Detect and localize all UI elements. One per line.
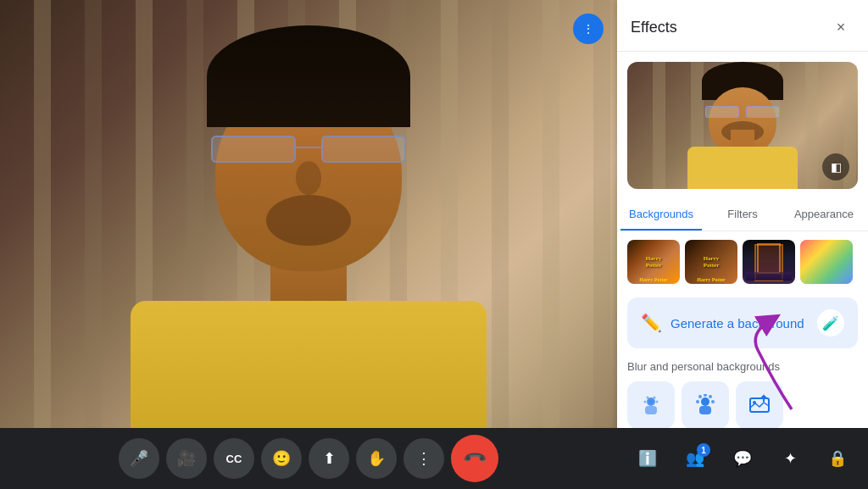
full-blur-icon xyxy=(694,394,716,416)
svg-point-11 xyxy=(698,395,702,398)
preview-layers-button[interactable]: ◧ xyxy=(822,153,849,181)
background-dark-door[interactable] xyxy=(743,240,795,284)
emoji-icon: 🙂 xyxy=(272,449,291,468)
upload-background-icon xyxy=(748,394,771,416)
svg-point-5 xyxy=(647,397,649,399)
svg-rect-8 xyxy=(699,406,711,414)
camera-button[interactable]: 🎥 xyxy=(166,438,207,479)
svg-point-15 xyxy=(753,401,756,404)
people-badge: 1 xyxy=(697,443,710,457)
main-video-container: ⋮ 🎤 🎥 CC 🙂 ⬆ ✋ ⋮ 📞 xyxy=(0,0,617,489)
blur-options xyxy=(617,378,868,436)
effects-preview: ◧ xyxy=(627,62,858,189)
video-more-button[interactable]: ⋮ xyxy=(573,14,604,44)
mic-icon: 🎤 xyxy=(130,449,148,468)
svg-point-6 xyxy=(654,397,656,399)
preview-glasses xyxy=(705,106,780,118)
more-dots-icon: ⋮ xyxy=(582,22,594,36)
captions-button[interactable]: CC xyxy=(214,438,254,479)
svg-point-2 xyxy=(648,399,654,404)
emoji-button[interactable]: 🙂 xyxy=(261,438,302,479)
svg-point-9 xyxy=(696,400,699,403)
effects-header: Effects × xyxy=(617,0,868,52)
activities-button[interactable]: ✦ xyxy=(773,442,807,475)
present-button[interactable]: ⬆ xyxy=(309,438,349,479)
background-colorful[interactable] xyxy=(800,240,853,284)
effects-tabs: Backgrounds Filters Appearance xyxy=(617,199,868,231)
generate-icon: ✏️ xyxy=(641,313,662,333)
background-hp2[interactable]: HarryPotter xyxy=(685,240,737,284)
captions-icon: CC xyxy=(226,453,242,465)
lock-icon: 🔒 xyxy=(828,449,847,468)
layers-icon: ◧ xyxy=(831,160,842,174)
svg-point-13 xyxy=(704,394,707,397)
svg-point-7 xyxy=(701,397,709,406)
people-button[interactable]: 👥 1 xyxy=(678,442,712,475)
right-toolbar: ℹ️ 👥 1 💬 ✦ 🔒 xyxy=(617,428,868,489)
svg-rect-1 xyxy=(645,406,657,414)
flask-badge: 🧪 xyxy=(817,309,844,336)
preview-shirt xyxy=(687,147,798,189)
upload-background-button[interactable] xyxy=(736,381,783,429)
close-icon: × xyxy=(837,19,846,36)
tab-backgrounds[interactable]: Backgrounds xyxy=(620,199,702,231)
effects-title: Effects xyxy=(631,19,677,36)
svg-point-3 xyxy=(644,401,647,403)
generate-background-button[interactable]: ✏️ Generate a background 🧪 xyxy=(627,297,858,348)
video-background xyxy=(0,0,617,489)
slight-blur-button[interactable] xyxy=(627,381,675,429)
present-icon: ⬆ xyxy=(323,449,336,468)
tab-filters[interactable]: Filters xyxy=(702,199,783,231)
effects-panel: Effects × ◧ Backgrounds Filters Appearan… xyxy=(617,0,868,489)
hand-icon: ✋ xyxy=(367,449,386,468)
svg-point-4 xyxy=(656,401,659,403)
camera-icon: 🎥 xyxy=(177,449,196,468)
chat-icon: 💬 xyxy=(733,449,752,468)
safety-button[interactable]: 🔒 xyxy=(821,442,854,475)
hand-button[interactable]: ✋ xyxy=(356,438,397,479)
slight-blur-icon xyxy=(640,394,662,416)
info-button[interactable]: ℹ️ xyxy=(631,442,665,475)
person-glasses xyxy=(203,131,415,169)
chat-button[interactable]: 💬 xyxy=(726,442,760,475)
more-icon: ⋮ xyxy=(416,449,431,468)
svg-point-10 xyxy=(711,400,715,403)
generate-label: Generate a background xyxy=(670,316,804,331)
info-icon: ℹ️ xyxy=(638,449,657,468)
blur-section-label: Blur and personal backgrounds xyxy=(617,353,868,378)
svg-point-12 xyxy=(709,395,712,398)
background-hp1[interactable]: HarryPotter xyxy=(627,240,680,284)
end-call-button[interactable]: 📞 xyxy=(451,435,498,482)
tab-appearance[interactable]: Appearance xyxy=(783,199,865,231)
mic-button[interactable]: 🎤 xyxy=(119,438,159,479)
phone-icon: 📞 xyxy=(461,445,487,471)
person-hair xyxy=(207,25,410,127)
close-effects-button[interactable]: × xyxy=(827,14,854,41)
activities-icon: ✦ xyxy=(784,449,797,468)
more-options-button[interactable]: ⋮ xyxy=(403,438,444,479)
flask-icon: 🧪 xyxy=(822,315,839,331)
full-blur-button[interactable] xyxy=(682,381,729,429)
backgrounds-grid: HarryPotter HarryPotter xyxy=(617,231,868,292)
bottom-toolbar: 🎤 🎥 CC 🙂 ⬆ ✋ ⋮ 📞 xyxy=(0,428,617,489)
